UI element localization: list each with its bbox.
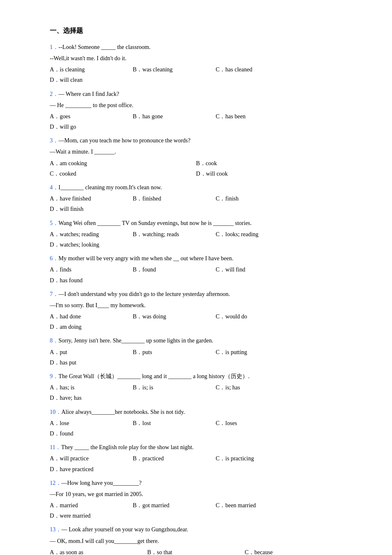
question-number-3: 3． xyxy=(50,137,58,144)
option-12-D: D．were married xyxy=(50,511,133,521)
question-text-1: --Look! Someone _____ the classroom. xyxy=(58,44,151,50)
question-line-12-0: 12．—How long have you_________? xyxy=(50,478,342,488)
option-12-B: B．got married xyxy=(133,500,216,511)
option-7-C: C．would do xyxy=(216,311,299,322)
option-4-A: A．have finished xyxy=(50,193,133,204)
question-line-8-0: 8．Sorry, Jenny isn't here. She________ u… xyxy=(50,335,342,346)
section-title: 一、选择题 xyxy=(50,25,342,37)
question-text-11: They _____ the English role play for the… xyxy=(61,444,193,450)
options-row-6: A．findsB．foundC．will findD．has found xyxy=(50,264,342,285)
question-line-2-0: 2．— Where can I find Jack? xyxy=(50,89,342,99)
options-row-5: A．watches; readingB．watching; readsC．loo… xyxy=(50,229,342,250)
question-text-9: The Great Wall（长城）________ long and it _… xyxy=(58,373,250,379)
option-6-A: A．finds xyxy=(50,264,133,275)
question-10: 10．Alice always________her notebooks. Sh… xyxy=(50,407,342,439)
question-number-13: 13． xyxy=(50,526,61,533)
option-12-A: A．married xyxy=(50,500,133,511)
question-6: 6．My mother will be very angry with me w… xyxy=(50,253,342,286)
question-line-6-0: 6．My mother will be very angry with me w… xyxy=(50,253,342,264)
options-row-3: A．am cookingB．cookC．cookedD．will cook xyxy=(50,158,342,179)
option-12-C: C．been married xyxy=(216,500,299,511)
option-13-A: A．as soon as xyxy=(50,547,147,555)
option-6-D: D．has found xyxy=(50,275,133,286)
option-10-B: B．lost xyxy=(133,418,216,428)
option-3-C: C．cooked xyxy=(50,169,196,179)
question-13: 13．— Look after yourself on your way to … xyxy=(50,524,342,555)
options-row-9: A．has; isB．is; isC．is; hasD．have; has xyxy=(50,382,342,403)
options-row-2: A．goesB．has goneC．has beenD．will go xyxy=(50,111,342,132)
question-line-7-0: 7．—I don't understand why you didn't go … xyxy=(50,289,342,299)
question-11: 11．They _____ the English role play for … xyxy=(50,442,342,474)
question-text-8: Sorry, Jenny isn't here. She________ up … xyxy=(58,337,213,344)
question-number-10: 10． xyxy=(50,409,61,415)
question-12: 12．—How long have you_________?—For 10 y… xyxy=(50,478,342,521)
option-2-D: D．will go xyxy=(50,122,133,132)
question-number-2: 2． xyxy=(50,91,58,97)
question-line-13-1: — OK, mom.I will call you________get the… xyxy=(50,536,342,546)
options-row-11: A．will practiceB．practicedC．is practicin… xyxy=(50,453,342,474)
question-line-11-0: 11．They _____ the English role play for … xyxy=(50,442,342,452)
option-9-A: A．has; is xyxy=(50,382,133,393)
option-11-B: B．practiced xyxy=(133,453,216,464)
question-9: 9．The Great Wall（长城）________ long and it… xyxy=(50,371,342,403)
question-line-7-1: —I'm so sorry. But I____ my homework. xyxy=(50,300,342,311)
question-text-12: —How long have you_________? xyxy=(61,480,141,486)
option-10-A: A．lose xyxy=(50,418,133,428)
option-10-C: C．loses xyxy=(216,418,299,428)
question-line-12-1: —For 10 years, we got married in 2005. xyxy=(50,489,342,499)
option-5-C: C．looks; reading xyxy=(216,229,299,240)
option-10-D: D．found xyxy=(50,428,133,439)
options-row-12: A．marriedB．got marriedC．been marriedD．we… xyxy=(50,500,342,521)
option-4-B: B．finished xyxy=(133,193,216,204)
question-number-7: 7． xyxy=(50,291,58,297)
option-2-C: C．has been xyxy=(216,111,299,122)
question-text-5: Wang Wei often ________ TV on Sunday eve… xyxy=(58,220,252,226)
option-1-B: B．was cleaning xyxy=(133,64,216,75)
question-line-9-0: 9．The Great Wall（长城）________ long and it… xyxy=(50,371,342,381)
option-5-A: A．watches; reading xyxy=(50,229,133,240)
option-4-D: D．will finish xyxy=(50,204,133,214)
question-1: 1．--Look! Someone _____ the classroom.--… xyxy=(50,42,342,86)
option-8-C: C．is putting xyxy=(216,347,299,357)
question-text-10: Alice always________her notebooks. She i… xyxy=(61,409,185,415)
option-7-D: D．am doing xyxy=(50,322,133,332)
question-text-4: I________ cleaning my room.It's clean no… xyxy=(58,184,162,191)
options-row-4: A．have finishedB．finishedC．finishD．will … xyxy=(50,193,342,214)
options-row-13: A．as soon asB．so thatC．because xyxy=(50,547,342,555)
option-3-B: B．cook xyxy=(196,158,343,169)
question-text-13: — Look after yourself on your way to Gun… xyxy=(61,526,188,533)
options-row-8: A．putB．putsC．is puttingD．has put xyxy=(50,347,342,368)
option-8-D: D．has put xyxy=(50,357,133,368)
question-line-10-0: 10．Alice always________her notebooks. Sh… xyxy=(50,407,342,417)
question-number-5: 5． xyxy=(50,220,58,226)
question-number-9: 9． xyxy=(50,373,58,379)
option-9-B: B．is; is xyxy=(133,382,216,393)
option-11-D: D．have practiced xyxy=(50,464,133,474)
option-7-B: B．was doing xyxy=(133,311,216,322)
option-2-A: A．goes xyxy=(50,111,133,122)
option-3-D: D．will cook xyxy=(196,169,343,179)
option-2-B: B．has gone xyxy=(133,111,216,122)
question-line-4-0: 4．I________ cleaning my room.It's clean … xyxy=(50,182,342,193)
options-row-1: A．is cleaningB．was cleaningC．has cleaned… xyxy=(50,64,342,85)
option-13-B: B．so that xyxy=(147,547,245,555)
option-11-A: A．will practice xyxy=(50,453,133,464)
options-row-7: A．had doneB．was doingC．would doD．am doin… xyxy=(50,311,342,332)
option-6-C: C．will find xyxy=(216,264,299,275)
option-3-A: A．am cooking xyxy=(50,158,196,169)
option-8-B: B．puts xyxy=(133,347,216,357)
question-8: 8．Sorry, Jenny isn't here. She________ u… xyxy=(50,335,342,368)
question-2: 2．— Where can I find Jack?— He _________… xyxy=(50,89,342,132)
option-5-D: D．watches; looking xyxy=(50,240,133,250)
options-row-10: A．loseB．lostC．losesD．found xyxy=(50,418,342,439)
question-3: 3．—Mom, can you teach me how to pronounc… xyxy=(50,135,342,179)
option-8-A: A．put xyxy=(50,347,133,357)
question-number-4: 4． xyxy=(50,184,58,191)
question-text-7: —I don't understand why you didn't go to… xyxy=(58,291,230,297)
question-number-8: 8． xyxy=(50,337,58,344)
question-line-2-1: — He _________ to the post office. xyxy=(50,100,342,110)
option-1-C: C．has cleaned xyxy=(216,64,299,75)
option-9-C: C．is; has xyxy=(216,382,299,393)
questions-container: 1．--Look! Someone _____ the classroom.--… xyxy=(50,42,342,555)
option-5-B: B．watching; reads xyxy=(133,229,216,240)
